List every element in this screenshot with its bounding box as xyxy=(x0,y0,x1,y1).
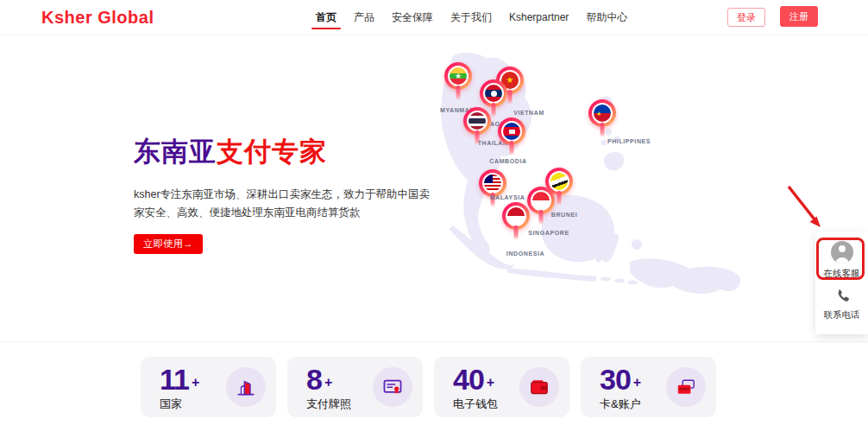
cards-icon xyxy=(666,367,706,407)
map-label-vietnam: VIETNAM xyxy=(513,110,544,116)
contact-phone-label: 联系电话 xyxy=(824,309,860,321)
pin-tail xyxy=(456,86,461,100)
nav-item-ksherpartner[interactable]: Ksherpartner xyxy=(509,0,569,35)
malaysia-flag-icon xyxy=(482,173,503,193)
map-label-philippines: PHILIPPINES xyxy=(607,138,651,144)
stat-value: 11 xyxy=(160,365,189,394)
online-service-label: 在线客服 xyxy=(824,268,860,280)
logo: Ksher Global xyxy=(41,0,154,35)
stat-plus: + xyxy=(324,376,332,390)
nav-item--[interactable]: 关于我们 xyxy=(450,0,492,35)
stat-card--: 8+支付牌照 xyxy=(287,357,423,417)
map-pin-philippines xyxy=(588,99,616,141)
singapore-flag-icon xyxy=(531,190,551,211)
map-pin-myanmar xyxy=(444,62,472,104)
online-service-item[interactable]: 在线客服 xyxy=(824,241,860,280)
hero-title: 东南亚支付专家 xyxy=(134,134,327,170)
map-label-malaysia: MALAYSIA xyxy=(490,194,525,200)
pin-tail xyxy=(539,210,544,225)
pin-tail xyxy=(601,123,605,137)
map-pin-cambodia xyxy=(498,117,525,159)
nav-item--[interactable]: 帮助中心 xyxy=(586,0,627,35)
nav-item--[interactable]: 安全保障 xyxy=(392,0,433,35)
stat-value: 8 xyxy=(306,365,322,394)
laos-flag-icon xyxy=(483,83,504,104)
map-label-brunei: BRUNEI xyxy=(551,212,577,218)
hero-description: ksher专注东南亚市场、深耕出口卖家生态，致力于帮助中国卖家安全、高效、便捷地… xyxy=(134,186,436,221)
myanmar-flag-icon xyxy=(448,66,469,86)
cta-button[interactable]: 立即使用→ xyxy=(134,234,203,254)
stat-plus: + xyxy=(633,376,641,390)
customer-service-avatar-icon xyxy=(831,241,853,263)
indonesia-flag-icon xyxy=(506,206,526,226)
page: Ksher Global 首页产品安全保障关于我们Ksherpartner帮助中… xyxy=(0,0,868,425)
stat-value: 40 xyxy=(453,365,484,394)
stat-plus: + xyxy=(487,376,494,390)
pin-tail xyxy=(508,90,513,105)
stat-plus: + xyxy=(192,376,199,390)
phone-icon xyxy=(833,288,851,305)
pin-tail xyxy=(557,191,562,206)
license-icon xyxy=(373,367,412,407)
nav-item--[interactable]: 产品 xyxy=(354,0,374,35)
hero-title-purple: 东南亚 xyxy=(134,136,217,167)
map-pin-singapore xyxy=(527,187,555,228)
wallet-icon xyxy=(519,367,559,407)
map-label-cambodia: CAMBODIA xyxy=(489,158,526,164)
stat-card--: 30+卡&账户 xyxy=(581,357,716,417)
header: Ksher Global 首页产品安全保障关于我们Ksherpartner帮助中… xyxy=(0,0,868,35)
philippines-flag-icon xyxy=(592,103,613,124)
nav-item--[interactable]: 首页 xyxy=(316,0,337,35)
cambodia-flag-icon xyxy=(501,121,522,142)
stat-value: 30 xyxy=(600,365,631,394)
nav: 首页产品安全保障关于我们Ksherpartner帮助中心 xyxy=(316,0,627,35)
floating-contact-panel: 在线客服 联系电话 xyxy=(815,232,868,334)
thailand-flag-icon xyxy=(467,111,487,131)
contact-phone-item[interactable]: 联系电话 xyxy=(824,288,860,321)
login-button[interactable]: 登录 xyxy=(727,8,765,27)
hero-title-red: 支付专家 xyxy=(217,136,327,167)
map-label-singapore: SINGAPORE xyxy=(528,230,569,236)
stat-card--: 11+国家 xyxy=(141,357,276,417)
pin-tail xyxy=(510,141,514,155)
building-icon xyxy=(226,367,266,407)
register-button[interactable]: 注册 xyxy=(780,6,818,27)
pin-tail xyxy=(514,225,519,240)
map-pin-indonesia xyxy=(502,202,530,244)
pin-tail xyxy=(492,103,496,117)
stats-row: 11+国家8+支付牌照40+电子钱包30+卡&账户 xyxy=(141,357,716,417)
map-label-indonesia: INDONESIA xyxy=(506,251,544,257)
stat-card--: 40+电子钱包 xyxy=(434,357,569,417)
